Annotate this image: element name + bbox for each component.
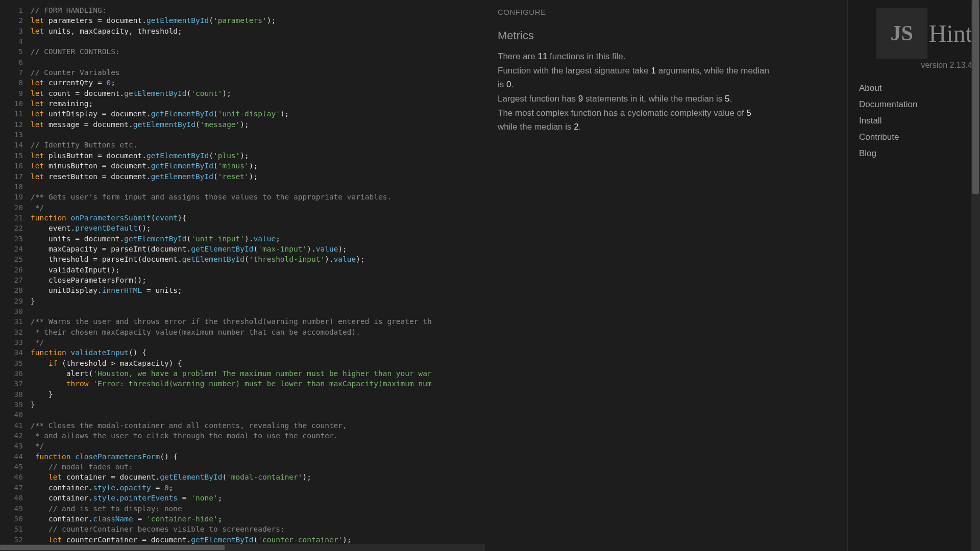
code-line[interactable]: let count = document.getElementById('cou…	[31, 88, 485, 98]
code-line[interactable]: container.className = 'container-hide';	[31, 514, 485, 524]
code-line[interactable]: maxCapacity = parseInt(document.getEleme…	[31, 244, 485, 254]
code-line[interactable]: function closeParametersForm() {	[31, 452, 485, 462]
code-line[interactable]: /** Warns the user and throws error if t…	[31, 316, 485, 327]
code-line[interactable]: /** Gets user's form input and assigns t…	[31, 192, 485, 202]
code-line[interactable]: }	[31, 389, 485, 399]
code-line[interactable]: function validateInput() {	[31, 347, 485, 358]
code-line[interactable]	[31, 36, 485, 46]
code-line[interactable]: closeParametersForm();	[31, 275, 485, 285]
code-line[interactable]: alert('Houston, we have a problem! The m…	[31, 368, 485, 379]
metric-complexity: The most complex function has a cyclomat…	[498, 107, 773, 134]
code-line[interactable]: let unitDisplay = document.getElementByI…	[31, 109, 485, 119]
code-line[interactable]: let minusButton = document.getElementByI…	[31, 161, 485, 171]
code-line[interactable]: // Counter Variables	[31, 67, 485, 78]
logo-hint-text: Hint	[929, 19, 972, 47]
scrollbar-thumb[interactable]	[972, 0, 979, 194]
code-line[interactable]: * and allows the user to click through t…	[31, 431, 485, 441]
code-editor[interactable]: 1234567891011121314151617181920212223242…	[0, 0, 485, 551]
nav: About Documentation Install Contribute B…	[848, 80, 980, 162]
nav-contribute[interactable]: Contribute	[859, 129, 980, 145]
code-line[interactable]: let plusButton = document.getElementById…	[31, 151, 485, 161]
code-line[interactable]: /** Closes the modal-container and all c…	[31, 420, 485, 431]
code-content[interactable]: // FORM HANDLING:let parameters = docume…	[31, 5, 485, 551]
nav-install[interactable]: Install	[859, 113, 980, 129]
code-line[interactable]: let currentQty = 0;	[31, 78, 485, 88]
code-line[interactable]: function onParametersSubmit(event){	[31, 213, 485, 223]
code-line[interactable]: throw 'Error: threshold(warning number) …	[31, 379, 485, 389]
code-line[interactable]: units = document.getElementById('unit-in…	[31, 234, 485, 244]
version-text: version 2.13.4	[848, 59, 980, 80]
metrics-heading: Metrics	[498, 29, 835, 42]
nav-blog[interactable]: Blog	[859, 145, 980, 162]
code-line[interactable]	[31, 130, 485, 140]
code-line[interactable]: let resetButton = document.getElementByI…	[31, 171, 485, 182]
code-line[interactable]: */	[31, 337, 485, 347]
code-line[interactable]: // Identify Buttons etc.	[31, 140, 485, 150]
code-line[interactable]: // counterContainer becomes visible to s…	[31, 524, 485, 534]
output-panel: CONFIGURE Metrics There are 11 functions…	[485, 0, 847, 551]
code-line[interactable]: let units, maxCapacity, threshold;	[31, 26, 485, 36]
code-line[interactable]: */	[31, 203, 485, 213]
code-line[interactable]: let container = document.getElementById(…	[31, 472, 485, 482]
scrollbar-h-thumb[interactable]	[0, 545, 225, 550]
code-line[interactable]: // FORM HANDLING:	[31, 5, 485, 15]
code-line[interactable]: let counterContainer = document.getEleme…	[31, 535, 485, 545]
metric-functions: There are 11 functions in this file.	[498, 50, 773, 63]
code-line[interactable]	[31, 306, 485, 316]
code-line[interactable]: threshold = parseInt(document.getElement…	[31, 254, 485, 264]
logo[interactable]: JS Hint	[848, 8, 980, 59]
scrollbar-horizontal[interactable]	[0, 544, 485, 551]
code-line[interactable]	[31, 410, 485, 420]
code-line[interactable]: event.preventDefault();	[31, 223, 485, 233]
code-line[interactable]: container.style.pointerEvents = 'none';	[31, 493, 485, 503]
code-line[interactable]: // and is set to display: none	[31, 504, 485, 514]
code-line[interactable]: if (threshold > maxCapacity) {	[31, 358, 485, 368]
nav-documentation[interactable]: Documentation	[859, 96, 980, 113]
code-line[interactable]: // modal fades out:	[31, 462, 485, 472]
code-line[interactable]	[31, 57, 485, 67]
sidebar: JS Hint version 2.13.4 About Documentati…	[847, 0, 980, 551]
logo-js-icon: JS	[876, 8, 927, 59]
configure-link[interactable]: CONFIGURE	[498, 8, 835, 16]
metric-statements: Largest function has 9 statements in it,…	[498, 92, 773, 106]
code-line[interactable]: container.style.opacity = 0;	[31, 483, 485, 493]
nav-about[interactable]: About	[859, 80, 980, 96]
code-line[interactable]: let remaining;	[31, 98, 485, 109]
code-line[interactable]: }	[31, 296, 485, 306]
code-line[interactable]: */	[31, 441, 485, 451]
code-line[interactable]: let parameters = document.getElementById…	[31, 15, 485, 26]
code-line[interactable]	[31, 182, 485, 192]
code-line[interactable]: let message = document.getElementById('m…	[31, 119, 485, 130]
code-line[interactable]: * their chosen maxCapacity value(maximum…	[31, 327, 485, 337]
code-line[interactable]: }	[31, 399, 485, 410]
code-line[interactable]: validateInput();	[31, 265, 485, 275]
code-line[interactable]: // COUNTER CONTROLS:	[31, 46, 485, 57]
scrollbar-vertical[interactable]	[971, 0, 980, 551]
code-line[interactable]: unitDisplay.innerHTML = units;	[31, 285, 485, 295]
metric-signature: Function with the largest signature take…	[498, 64, 773, 91]
line-gutter: 1234567891011121314151617181920212223242…	[0, 5, 31, 551]
